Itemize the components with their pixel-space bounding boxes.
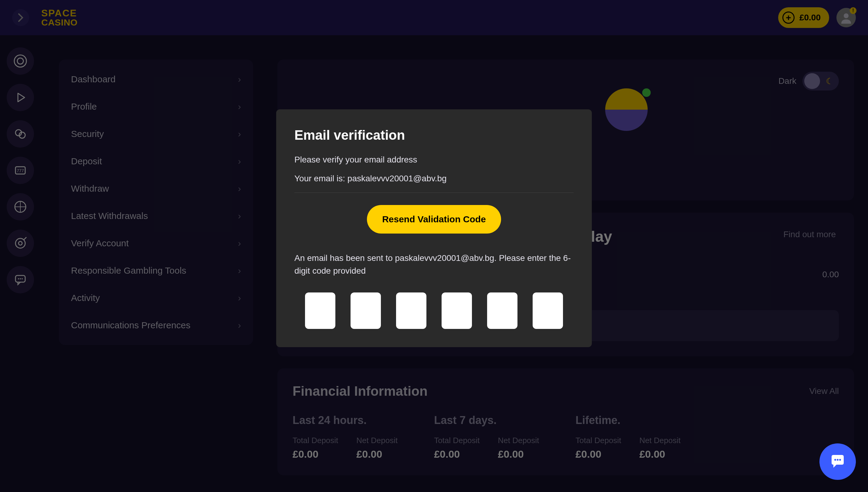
svg-point-19	[839, 459, 841, 461]
code-digit-5[interactable]	[487, 293, 518, 329]
modal-verify-text: Please verify your email address	[294, 155, 574, 165]
code-inputs	[294, 293, 574, 329]
code-digit-2[interactable]	[350, 293, 381, 329]
svg-point-18	[837, 459, 839, 461]
modal-email-text: Your email is: paskalevvv20001@abv.bg	[294, 174, 574, 183]
code-digit-1[interactable]	[305, 293, 335, 329]
modal-title: Email verification	[294, 127, 574, 143]
code-digit-3[interactable]	[396, 293, 426, 329]
modal-divider	[294, 193, 574, 193]
code-digit-6[interactable]	[533, 293, 563, 329]
modal-overlay[interactable]: Email verification Please verify your em…	[0, 0, 868, 492]
code-digit-4[interactable]	[442, 293, 472, 329]
svg-point-17	[834, 459, 836, 461]
modal-info-text: An email has been sent to paskalevvv2000…	[294, 252, 574, 277]
email-verification-modal: Email verification Please verify your em…	[276, 109, 592, 347]
chat-icon	[828, 452, 847, 471]
resend-validation-button[interactable]: Resend Validation Code	[367, 205, 501, 233]
live-chat-button[interactable]	[819, 443, 856, 480]
